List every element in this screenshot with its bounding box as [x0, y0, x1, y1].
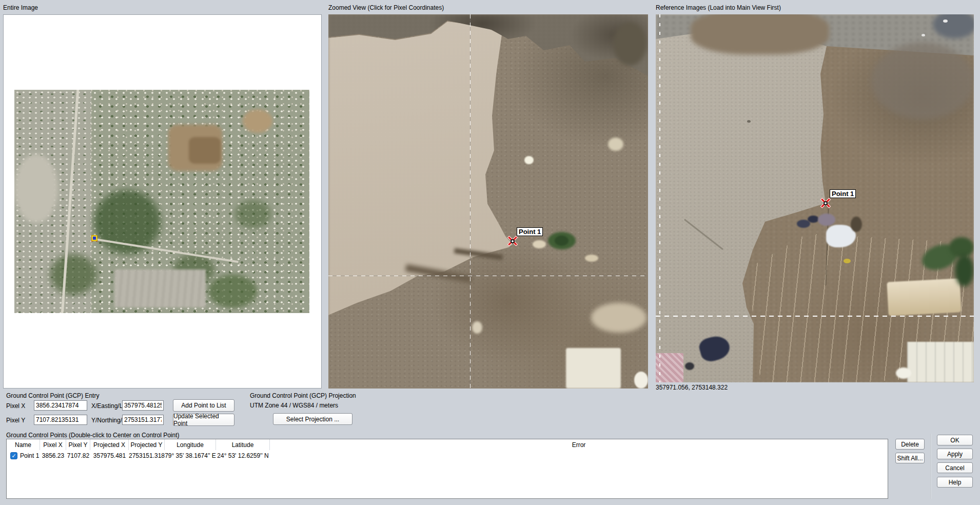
apply-button[interactable]: Apply — [937, 449, 973, 459]
terrain-feature — [591, 303, 646, 333]
terrain-feature — [943, 20, 948, 23]
vegetation-feature — [955, 255, 974, 286]
pixel-y-label: Pixel Y — [6, 417, 25, 424]
row-longitude: 79° 35' 38.1674'' E — [165, 452, 216, 459]
column-header-pixel-y[interactable]: Pixel Y — [66, 439, 90, 450]
terrain-feature — [691, 14, 829, 54]
building-feature — [896, 367, 911, 379]
row-projected-x: 357975.481 — [90, 452, 129, 459]
column-header-name[interactable]: Name — [7, 439, 40, 450]
ok-button[interactable]: OK — [937, 435, 973, 445]
add-point-button[interactable]: Add Point to List — [173, 399, 234, 412]
person-feature — [818, 213, 835, 226]
gcp-table-header: Name Pixel X Pixel Y Projected X Project… — [7, 439, 888, 450]
gcp-marker-label: Point 1 — [830, 189, 856, 198]
building-feature — [887, 278, 961, 316]
terrain-feature — [851, 217, 862, 232]
gcp-marker-label: Point 1 — [517, 227, 543, 236]
zoomed-view-title: Zoomed View (Click for Pixel Coordinates… — [328, 4, 444, 11]
terrain-feature — [14, 154, 58, 223]
building-feature — [907, 342, 974, 382]
row-pixel-x: 3856.23 — [40, 452, 66, 459]
gcp-entry-title: Ground Control Point (GCP) Entry — [6, 392, 99, 399]
column-header-projected-x[interactable]: Projected X — [90, 439, 129, 450]
terrain-feature — [189, 137, 221, 164]
building-feature — [566, 348, 621, 389]
terrain-feature — [235, 200, 271, 228]
terrain-feature — [747, 120, 751, 123]
terrain-feature — [871, 43, 974, 120]
entire-image-title: Entire Image — [3, 4, 38, 11]
delete-button[interactable]: Delete — [895, 439, 925, 450]
pixel-x-input[interactable] — [34, 400, 87, 411]
help-button[interactable]: Help — [937, 477, 973, 488]
building-feature — [634, 372, 648, 389]
reference-image[interactable]: Point 1 — [656, 14, 974, 382]
entire-image-panel[interactable] — [3, 14, 322, 389]
person-feature — [685, 362, 694, 370]
column-header-longitude[interactable]: Longitude — [165, 439, 216, 450]
terrain-feature — [472, 321, 482, 334]
column-header-latitude[interactable]: Latitude — [216, 439, 270, 450]
crosshair-vertical-line — [470, 14, 471, 389]
terrain-feature — [208, 275, 257, 308]
gcp-projection-value: UTM Zone 44 / WGS84 / meters — [250, 402, 338, 409]
gcp-table-row[interactable]: Point 1 3856.23 7107.82 357975.481 27531… — [7, 450, 888, 461]
gcp-list-title: Ground Control Points (Double-click to C… — [6, 432, 180, 439]
reference-status-coordinates: 357971.056, 2753148.322 — [656, 384, 728, 391]
zoomed-view-image[interactable]: Point 1 — [328, 14, 648, 389]
terrain-feature — [608, 138, 623, 151]
row-latitude: 24° 53' 12.6259'' N — [216, 452, 270, 459]
reference-dash-vertical-line — [659, 14, 660, 382]
gcp-marker-icon — [511, 239, 515, 243]
gcp-table[interactable]: Name Pixel X Pixel Y Projected X Project… — [6, 439, 888, 499]
row-checkbox[interactable] — [10, 452, 17, 459]
row-name: Point 1 — [20, 452, 39, 459]
terrain-feature — [844, 259, 851, 263]
divider — [930, 434, 931, 499]
select-projection-button[interactable]: Select Projection ... — [273, 413, 352, 425]
shift-all-button[interactable]: Shift All... — [895, 453, 925, 463]
terrain-feature — [50, 254, 96, 295]
cancel-button[interactable]: Cancel — [937, 462, 973, 473]
reference-images-title: Reference Images (Load into Main View Fi… — [656, 4, 781, 11]
terrain-feature — [524, 156, 534, 164]
terrain-feature — [922, 34, 925, 36]
person-feature — [808, 216, 819, 223]
terrain-feature — [613, 22, 646, 66]
pixel-x-label: Pixel X — [6, 402, 25, 410]
northing-input[interactable] — [122, 415, 164, 425]
gcp-projection-title: Ground Control Point (GCP) Projection — [250, 392, 356, 399]
vegetation-feature — [555, 236, 569, 246]
column-header-pixel-x[interactable]: Pixel X — [40, 439, 66, 450]
row-pixel-y: 7107.82 — [66, 452, 90, 459]
terrain-feature — [114, 269, 206, 307]
entire-image-thumbnail[interactable] — [14, 90, 309, 313]
row-name-cell: Point 1 — [7, 452, 40, 459]
row-projected-y: 2753151.318 — [129, 452, 165, 459]
easting-input[interactable] — [122, 400, 164, 411]
terrain-feature — [243, 109, 272, 133]
column-header-projected-y[interactable]: Projected Y — [129, 439, 165, 450]
gcp-marker-icon — [824, 201, 828, 205]
terrain-feature — [585, 255, 598, 262]
pixel-y-input[interactable] — [34, 415, 87, 425]
update-point-button[interactable]: Update Selected Point — [173, 414, 234, 426]
column-header-error[interactable]: Error — [270, 439, 888, 450]
crosshair-horizontal-line — [328, 276, 648, 276]
reference-dash-horizontal-line — [656, 316, 974, 317]
terrain-feature — [533, 240, 546, 248]
